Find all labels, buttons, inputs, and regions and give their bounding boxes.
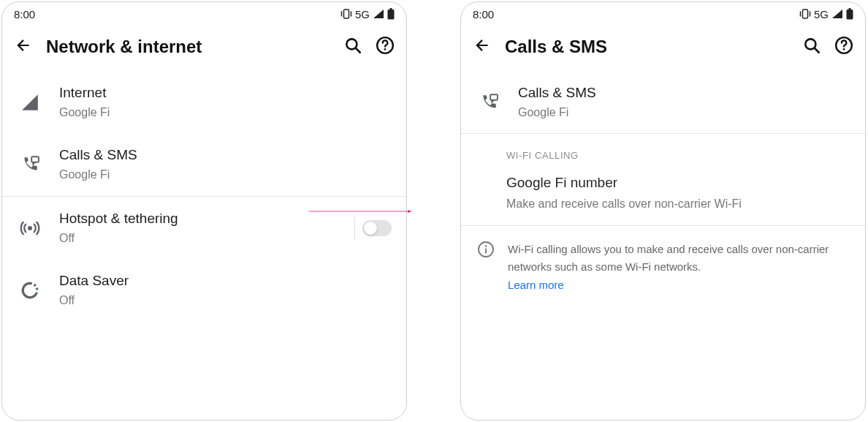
phone-left: 8:00 5G Network & internet (1, 1, 407, 421)
help-button[interactable] (834, 36, 853, 58)
status-time: 8:00 (14, 8, 35, 20)
signal-triangle-icon (17, 93, 43, 112)
svg-line-18 (815, 48, 819, 53)
internet-sub: Google Fi (59, 105, 392, 121)
info-text: Wi-Fi calling allows you to make and rec… (508, 243, 829, 273)
page-title: Network & internet (46, 37, 330, 57)
svg-rect-12 (802, 10, 807, 18)
google-fi-number-title: Google Fi number (506, 174, 849, 192)
calls-sms-sub: Google Fi (59, 167, 392, 183)
battery-icon (387, 8, 395, 20)
battery-icon (846, 8, 853, 20)
svg-point-23 (485, 246, 487, 248)
svg-point-8 (384, 48, 387, 50)
app-bar: Calls & SMS (461, 26, 865, 71)
calls-sms-item[interactable]: Calls & SMS Google Fi (2, 133, 406, 195)
vibrate-icon (799, 9, 811, 19)
vibrate-icon (340, 9, 352, 19)
status-time: 8:00 (473, 8, 494, 20)
svg-rect-24 (485, 249, 487, 254)
calls-sms-header-label: Calls & SMS (518, 84, 850, 102)
internet-item[interactable]: Internet Google Fi (2, 71, 406, 133)
hotspot-label: Hotspot & tethering (59, 210, 338, 228)
hotspot-toggle[interactable] (362, 220, 392, 236)
status-right: 5G (799, 8, 853, 20)
data-saver-label: Data Saver (59, 272, 392, 290)
google-fi-number-sub: Make and receive calls over non-carrier … (506, 195, 849, 212)
hotspot-icon (17, 218, 43, 238)
status-bar: 8:00 5G (2, 2, 406, 26)
wifi-calling-section-header: WI-FI CALLING (461, 134, 865, 167)
signal-icon (373, 9, 384, 19)
search-button[interactable] (343, 36, 362, 58)
svg-rect-15 (849, 8, 851, 10)
info-box: Wi-Fi calling allows you to make and rec… (461, 226, 865, 306)
status-right: 5G (340, 8, 395, 20)
calls-sms-header-sub: Google Fi (518, 105, 850, 121)
phone-sms-icon (476, 93, 502, 112)
phone-sms-icon (17, 155, 43, 174)
hotspot-toggle-thumb (364, 222, 377, 235)
data-saver-item[interactable]: Data Saver Off (2, 259, 406, 321)
back-button[interactable] (473, 36, 492, 58)
svg-point-10 (28, 226, 32, 230)
calls-sms-label: Calls & SMS (59, 146, 392, 165)
data-saver-icon (17, 281, 43, 300)
info-icon (477, 241, 495, 261)
learn-more-link[interactable]: Learn more (508, 279, 849, 291)
svg-rect-4 (388, 10, 395, 20)
page-title: Calls & SMS (505, 37, 789, 57)
search-button[interactable] (802, 36, 821, 58)
svg-rect-16 (847, 10, 853, 20)
network-type: 5G (355, 8, 370, 20)
hotspot-sub: Off (59, 231, 338, 246)
svg-rect-3 (390, 8, 392, 10)
google-fi-number-item[interactable]: Google Fi number Make and receive calls … (461, 167, 865, 225)
phone-right: 8:00 5G Calls & SMS (460, 1, 866, 421)
svg-rect-0 (343, 10, 349, 18)
svg-rect-21 (490, 94, 498, 100)
help-button[interactable] (376, 36, 395, 58)
back-button[interactable] (14, 36, 33, 58)
network-type: 5G (814, 8, 829, 20)
app-bar: Network & internet (2, 26, 406, 71)
toggle-divider (354, 217, 355, 239)
data-saver-sub: Off (59, 293, 392, 309)
svg-rect-9 (31, 157, 39, 162)
calls-sms-header-item[interactable]: Calls & SMS Google Fi (461, 71, 865, 133)
svg-point-20 (843, 48, 845, 50)
signal-icon (831, 9, 843, 19)
hotspot-toggle-wrap (354, 217, 392, 239)
status-bar: 8:00 5G (461, 2, 865, 26)
internet-label: Internet (59, 84, 392, 102)
hotspot-item[interactable]: Hotspot & tethering Off (2, 197, 406, 259)
svg-line-6 (356, 48, 360, 53)
